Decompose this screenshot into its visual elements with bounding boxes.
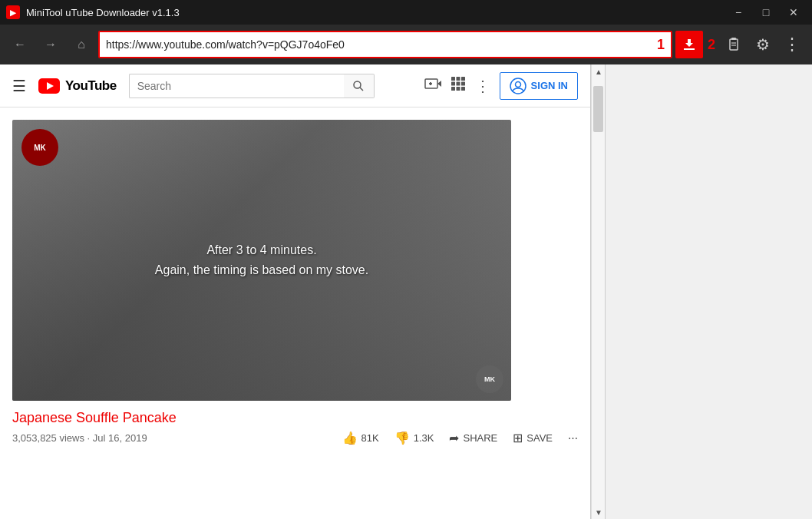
scrollbar-panel: ▲ ▼ [591, 64, 605, 519]
youtube-menu-icon[interactable]: ☰ [12, 77, 26, 95]
svg-rect-1 [730, 39, 738, 50]
content-area: ☰ YouTube [0, 64, 812, 519]
share-icon: ➦ [449, 431, 459, 445]
badge-1: 1 [657, 37, 665, 53]
dislike-button[interactable]: 👎 1.3K [394, 431, 434, 445]
nav-right-buttons: 2 ⚙ ⋮ [675, 31, 806, 58]
add-video-icon[interactable] [424, 77, 441, 94]
youtube-header: ☰ YouTube [0, 64, 590, 107]
video-caption: After 3 to 4 minutes. Again, the timing … [155, 240, 368, 279]
download-button[interactable] [675, 31, 703, 58]
svg-rect-18 [461, 82, 465, 86]
youtube-search-input[interactable] [129, 74, 344, 98]
badge-2: 2 [705, 37, 718, 53]
youtube-search-button[interactable] [344, 74, 375, 98]
scroll-up-arrow[interactable]: ▲ [592, 64, 606, 78]
more-menu-button[interactable]: ⋮ [778, 31, 806, 58]
sign-in-button[interactable]: SIGN IN [500, 72, 578, 100]
video-views: 3,053,825 views · Jul 16, 2019 [12, 432, 147, 444]
app-icon: ▶ [6, 5, 20, 19]
thumbs-down-icon: 👎 [394, 431, 410, 445]
svg-point-7 [354, 81, 361, 88]
svg-rect-0 [684, 48, 695, 50]
forward-button[interactable]: → [37, 31, 64, 58]
video-actions: 👍 81K 👎 1.3K ➦ SHARE ⊞ SAVE [342, 431, 578, 445]
more-actions-icon: ⋯ [568, 432, 578, 444]
grid-apps-icon[interactable] [451, 76, 466, 95]
close-button[interactable]: ✕ [781, 0, 806, 25]
svg-rect-15 [461, 77, 465, 81]
youtube-more-icon[interactable]: ⋮ [475, 77, 490, 95]
channel-logo: MK [21, 129, 58, 166]
back-button[interactable]: ← [6, 31, 34, 58]
svg-rect-21 [461, 87, 465, 91]
svg-rect-13 [451, 77, 455, 81]
share-button[interactable]: ➦ SHARE [449, 431, 497, 445]
like-button[interactable]: 👍 81K [342, 431, 379, 445]
svg-point-23 [515, 81, 520, 87]
scroll-down-arrow[interactable]: ▼ [592, 505, 606, 519]
svg-rect-14 [456, 77, 460, 81]
svg-line-8 [360, 88, 363, 91]
youtube-header-icons: ⋮ SIGN IN [424, 72, 578, 100]
address-bar[interactable]: 1 [98, 31, 672, 58]
scrollbar-track[interactable] [592, 78, 605, 505]
side-panel [605, 64, 812, 519]
title-bar-left: ▶ MiniTool uTube Downloader v1.1.3 [6, 5, 180, 19]
save-button[interactable]: ⊞ SAVE [513, 431, 553, 445]
svg-rect-2 [731, 38, 736, 40]
nav-bar: ← → ⌂ 1 2 ⚙ ⋮ [0, 25, 812, 64]
address-input[interactable] [106, 38, 651, 51]
thumbs-up-icon: 👍 [342, 431, 358, 445]
svg-rect-16 [451, 82, 455, 86]
app-title: MiniTool uTube Downloader v1.1.3 [26, 7, 180, 18]
svg-rect-20 [456, 87, 460, 91]
browser-pane: ☰ YouTube [0, 64, 591, 519]
window-controls: − □ ✕ [726, 0, 806, 25]
settings-button[interactable]: ⚙ [749, 31, 777, 58]
more-actions-button[interactable]: ⋯ [568, 432, 578, 444]
scrollbar-thumb[interactable] [593, 86, 603, 132]
youtube-search-bar [129, 74, 375, 98]
video-meta: 3,053,825 views · Jul 16, 2019 👍 81K 👎 1… [12, 431, 578, 445]
svg-rect-19 [451, 87, 455, 91]
maximize-button[interactable]: □ [754, 0, 778, 25]
youtube-logo[interactable]: YouTube [38, 78, 117, 94]
title-bar: ▶ MiniTool uTube Downloader v1.1.3 − □ ✕ [0, 0, 812, 25]
video-thumbnail[interactable]: MK After 3 to 4 minutes. Again, the timi… [12, 120, 511, 401]
watermark-icon: MK [476, 365, 503, 393]
youtube-content[interactable]: MK After 3 to 4 minutes. Again, the timi… [0, 107, 590, 519]
video-title: Japanese Souffle Pancake [12, 410, 578, 426]
minimize-button[interactable]: − [726, 0, 751, 25]
svg-rect-17 [456, 82, 460, 86]
home-button[interactable]: ⌂ [68, 31, 95, 58]
save-icon: ⊞ [513, 431, 523, 445]
youtube-logo-text: YouTube [65, 78, 117, 94]
sign-in-label: SIGN IN [531, 80, 568, 91]
clipboard-button[interactable] [720, 31, 748, 58]
